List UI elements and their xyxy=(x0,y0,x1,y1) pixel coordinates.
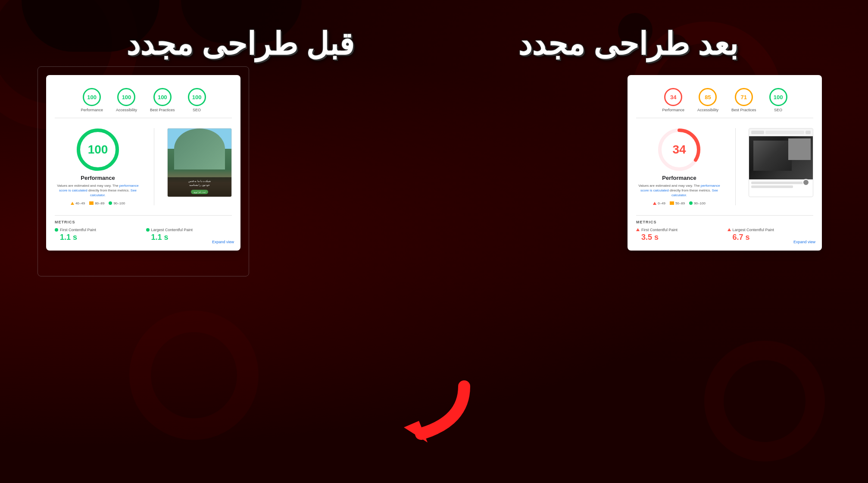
before-screenshot-wall xyxy=(753,141,792,171)
after-vertical-divider xyxy=(154,128,154,205)
after-divider-2 xyxy=(55,215,232,216)
after-metric-lcp-dot xyxy=(146,228,150,232)
after-title-wrapper: بعد طراحی مجدد xyxy=(434,26,822,62)
after-metrics-section: METRICS First Contentful Paint 1.1 s xyxy=(55,220,232,242)
after-metric-fcp: First Contentful Paint 1.1 s xyxy=(55,228,141,242)
after-gauge-circle: 100 xyxy=(76,128,119,171)
after-metric-fcp-value: 1.1 s xyxy=(60,233,141,242)
before-title-wrapper: قبل طراحی مجدد xyxy=(46,26,434,62)
after-metric-lcp-header: Largest Contentful Paint xyxy=(146,228,232,232)
before-screenshot-icon xyxy=(802,179,809,186)
before-metric-fcp-header: First Contentful Paint xyxy=(636,228,722,232)
after-score-label-bestpractices: Best Practices xyxy=(150,108,175,112)
after-metric-fcp-dot xyxy=(55,228,58,232)
before-score-label-performance: Performance xyxy=(662,108,684,112)
after-score-label-seo: SEO xyxy=(193,108,201,112)
before-screenshot xyxy=(749,128,813,197)
red-arrow-svg xyxy=(395,378,473,447)
after-lighthouse-card: 100 Performance 100 Accessibility 100 Be… xyxy=(46,75,240,251)
before-title: قبل طراحی مجدد xyxy=(126,26,354,62)
after-metrics-grid: First Contentful Paint 1.1 s Largest Con… xyxy=(55,228,232,242)
after-screenshot-overlay: شیکدت با ما به قدسخودتون را بشناسید ثبت … xyxy=(168,177,231,197)
after-legend-dot xyxy=(109,201,112,205)
before-legend-square xyxy=(670,201,674,205)
before-toolbar-item-1 xyxy=(751,131,764,134)
after-metric-fcp-label: First Contentful Paint xyxy=(60,228,96,232)
after-score-performance: 100 Performance xyxy=(81,88,103,112)
after-score-circle-performance: 100 xyxy=(83,88,101,106)
after-legend-square xyxy=(89,201,94,205)
before-legend-label-3: 90–100 xyxy=(694,201,706,205)
after-legend-triangle xyxy=(71,202,74,205)
before-legend-2: 50–89 xyxy=(670,201,685,205)
after-expand-link[interactable]: Expand view xyxy=(212,240,234,244)
after-score-seo: 100 SEO xyxy=(188,88,206,112)
before-legend-label-2: 50–89 xyxy=(675,201,685,205)
before-score-label-accessibility: Accessibility xyxy=(697,108,718,112)
before-metric-lcp-label: Largest Contentful Paint xyxy=(733,228,774,232)
after-screenshot: شیکدت با ما به قدسخودتون را بشناسید ثبت … xyxy=(167,128,232,197)
before-toolbar-item-3 xyxy=(806,131,811,134)
after-screenshot-arch xyxy=(174,129,225,169)
before-legend-3: 90–100 xyxy=(689,201,706,205)
before-divider-1 xyxy=(636,118,813,118)
after-legend-label-2: 80–89 xyxy=(95,201,104,205)
before-score-circle-performance: 34 xyxy=(664,88,682,106)
before-score-accessibility: 85 Accessibility xyxy=(697,88,718,112)
after-legend-label-3: 90–100 xyxy=(113,201,125,205)
after-title: بعد طراحی مجدد xyxy=(518,26,738,62)
after-gauge-desc: Values are estimated and may vary. The p… xyxy=(55,183,141,198)
before-score-circle-seo: 100 xyxy=(769,88,787,106)
before-metric-lcp-header: Largest Contentful Paint xyxy=(727,228,814,232)
before-score-performance: 34 Performance xyxy=(662,88,684,112)
before-legend-1: 0–49 xyxy=(653,201,665,205)
after-score-circle-seo: 100 xyxy=(188,88,206,106)
after-score-row: 100 Performance 100 Accessibility 100 Be… xyxy=(55,84,232,114)
before-score-label-seo: SEO xyxy=(774,108,782,112)
before-gauge-area: 34 Performance Values are estimated and … xyxy=(636,128,722,205)
after-legend-3: 90–100 xyxy=(109,201,125,205)
before-metrics-grid: First Contentful Paint 3.5 s Largest Con… xyxy=(636,228,813,242)
after-score-label-performance: Performance xyxy=(81,108,103,112)
after-score-accessibility: 100 Accessibility xyxy=(116,88,137,112)
before-score-circle-accessibility: 85 xyxy=(699,88,717,106)
before-metric-lcp-triangle xyxy=(727,228,731,231)
before-expand-link[interactable]: Expand view xyxy=(793,240,815,244)
before-vertical-divider xyxy=(735,128,736,205)
after-gauge-title: Performance xyxy=(81,175,115,181)
before-metric-fcp-value: 3.5 s xyxy=(641,233,722,242)
cards-row: 100 Performance 100 Accessibility 100 Be… xyxy=(46,75,822,251)
before-metric-fcp: First Contentful Paint 3.5 s xyxy=(636,228,722,242)
after-gauge-number: 100 xyxy=(88,143,108,157)
after-score-bestpractices: 100 Best Practices xyxy=(150,88,175,112)
after-legend-2: 80–89 xyxy=(89,201,104,205)
before-metrics-label: METRICS xyxy=(636,220,813,224)
before-gauge-title: Performance xyxy=(662,175,696,181)
before-main-score-area: 34 Performance Values are estimated and … xyxy=(636,122,813,212)
after-metrics-label: METRICS xyxy=(55,220,232,224)
before-legend-row: 0–49 50–89 90–100 xyxy=(653,201,706,205)
before-metric-fcp-triangle xyxy=(636,228,640,231)
before-card-wrapper: 34 Performance 85 Accessibility 71 Best … xyxy=(628,75,822,251)
after-divider-1 xyxy=(55,118,232,118)
after-legend-label-1: 40–49 xyxy=(75,201,85,205)
before-score-row: 34 Performance 85 Accessibility 71 Best … xyxy=(636,84,813,114)
before-divider-2 xyxy=(636,215,813,216)
after-metric-fcp-header: First Contentful Paint xyxy=(55,228,141,232)
before-screenshot-window xyxy=(788,138,811,160)
before-screenshot-room xyxy=(749,136,813,179)
titles-row: بعد طراحی مجدد قبل طراحی مجدد xyxy=(46,26,822,62)
before-metrics-section: METRICS First Contentful Paint 3.5 s xyxy=(636,220,813,242)
arrow-container xyxy=(395,378,473,448)
before-text-line-2 xyxy=(751,185,793,188)
before-gauge-number: 34 xyxy=(672,143,686,157)
before-legend-triangle xyxy=(653,202,656,205)
before-legend-dot xyxy=(689,201,693,205)
before-lighthouse-card: 34 Performance 85 Accessibility 71 Best … xyxy=(628,75,822,251)
before-score-bestpractices: 71 Best Practices xyxy=(731,88,756,112)
before-gauge-circle: 34 xyxy=(658,128,701,171)
after-screenshot-text: شیکدت با ما به قدسخودتون را بشناسید xyxy=(170,179,229,187)
before-text-line-1 xyxy=(751,182,805,184)
before-screenshot-bg xyxy=(749,129,813,197)
before-score-circle-bestpractices: 71 xyxy=(735,88,753,106)
